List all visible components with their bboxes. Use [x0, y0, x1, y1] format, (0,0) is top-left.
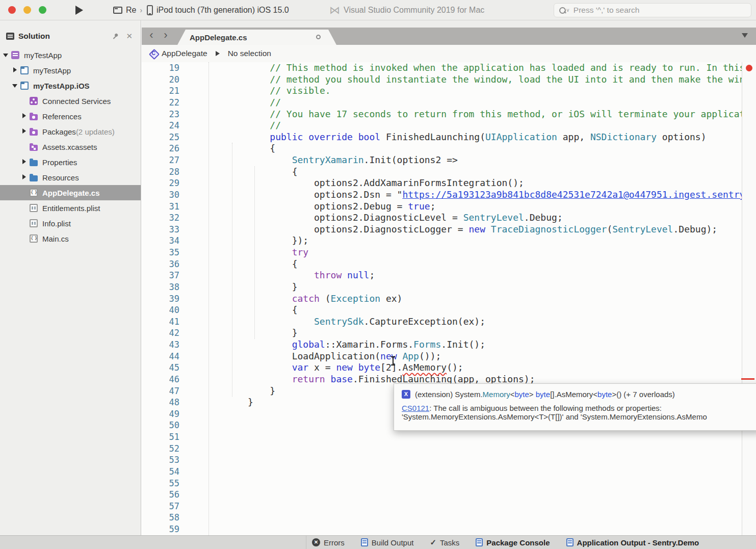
tree-item-mytestapp[interactable]: myTestApp [0, 63, 141, 78]
code-line-41[interactable]: 41SentrySdk.CaptureException(ex); [142, 316, 756, 328]
line-number[interactable]: 45 [142, 362, 179, 374]
line-number[interactable]: 33 [142, 224, 179, 236]
line-code[interactable] [179, 466, 756, 478]
tab-modified-indicator-icon[interactable] [316, 35, 321, 39]
line-code[interactable]: // You have 17 seconds to return from th… [179, 109, 756, 120]
line-number[interactable]: 23 [142, 109, 179, 120]
line-number[interactable]: 46 [142, 374, 179, 385]
line-code[interactable]: public override bool FinishedLaunching(U… [179, 132, 756, 143]
code-editor[interactable]: 19// This method is invoked when the app… [142, 62, 756, 535]
line-code[interactable] [179, 443, 756, 455]
line-number[interactable]: 52 [142, 443, 179, 455]
device-selector[interactable]: iPod touch (7th generation) iOS 15.0 [147, 0, 289, 20]
statusbar-item-tasks[interactable]: ✓Tasks [430, 538, 459, 547]
code-line-53[interactable]: 53 [142, 454, 756, 466]
line-number[interactable]: 27 [142, 154, 179, 166]
code-line-51[interactable]: 51 [142, 431, 756, 443]
line-code[interactable] [179, 524, 756, 535]
code-line-27[interactable]: 27SentryXamarin.Init(options2 => [142, 154, 756, 166]
line-number[interactable]: 44 [142, 351, 179, 362]
statusbar-item-build-output[interactable]: Build Output [361, 538, 414, 547]
code-line-24[interactable]: 24// [142, 120, 756, 132]
line-number[interactable]: 50 [142, 420, 179, 431]
line-number[interactable]: 36 [142, 258, 179, 270]
line-code[interactable]: { [179, 258, 756, 270]
code-line-52[interactable]: 52 [142, 443, 756, 455]
code-line-36[interactable]: 36{ [142, 258, 756, 270]
statusbar-item-errors[interactable]: ✕Errors [312, 538, 345, 547]
code-line-35[interactable]: 35try [142, 247, 756, 258]
code-line-33[interactable]: 33options2.DiagnosticLogger = new TraceD… [142, 224, 756, 236]
line-number[interactable]: 32 [142, 212, 179, 224]
error-indicator-dot[interactable] [746, 65, 752, 71]
line-code[interactable]: global::Xamarin.Forms.Forms.Init(); [179, 339, 756, 351]
expander-right-icon[interactable] [11, 67, 20, 73]
line-number[interactable]: 26 [142, 143, 179, 154]
line-number[interactable]: 55 [142, 478, 179, 489]
tree-item-assets-xcassets[interactable]: Assets.xcassets [0, 139, 141, 154]
line-number[interactable]: 51 [142, 431, 179, 443]
line-code[interactable]: try [179, 247, 756, 258]
tree-item-appdelegate-cs[interactable]: AppDelegate.cs [0, 185, 141, 200]
breadcrumb-class[interactable]: AppDelegate [162, 49, 207, 58]
line-number[interactable]: 39 [142, 293, 179, 305]
code-line-32[interactable]: 32options2.DiagnosticLevel = SentryLevel… [142, 212, 756, 224]
line-code[interactable]: SentrySdk.CaptureException(ex); [179, 316, 756, 328]
line-number[interactable]: 40 [142, 304, 179, 316]
code-line-29[interactable]: 29options2.AddXamarinFormsIntegration(); [142, 177, 756, 189]
code-line-59[interactable]: 59 [142, 524, 756, 535]
code-line-34[interactable]: 34}); [142, 235, 756, 247]
line-code[interactable] [179, 454, 756, 466]
line-number[interactable]: 48 [142, 397, 179, 408]
code-line-56[interactable]: 56 [142, 489, 756, 501]
code-line-19[interactable]: 19// This method is invoked when the app… [142, 62, 756, 74]
line-number[interactable]: 49 [142, 408, 179, 420]
statusbar-item-application-output-sentry-demo[interactable]: Application Output - Sentry.Demo [566, 538, 699, 547]
code-line-57[interactable]: 57 [142, 501, 756, 512]
code-line-40[interactable]: 40{ [142, 304, 756, 316]
code-line-42[interactable]: 42} [142, 327, 756, 339]
line-code[interactable]: // [179, 97, 756, 109]
line-code[interactable] [179, 489, 756, 501]
line-number[interactable]: 34 [142, 235, 179, 247]
line-number[interactable]: 38 [142, 281, 179, 293]
global-search[interactable]: ˅ [554, 3, 751, 17]
line-code[interactable] [179, 478, 756, 489]
code-line-45[interactable]: 45var x = new byte[2].AsMemory(); [142, 362, 756, 374]
search-input[interactable] [569, 6, 751, 15]
line-number[interactable]: 54 [142, 466, 179, 478]
tree-item-properties[interactable]: Properties [0, 154, 141, 170]
line-code[interactable]: // This method is invoked when the appli… [179, 62, 756, 74]
line-number[interactable]: 57 [142, 501, 179, 512]
line-code[interactable]: options2.DiagnosticLogger = new TraceDia… [179, 224, 756, 236]
line-number[interactable]: 37 [142, 270, 179, 281]
line-number[interactable]: 35 [142, 247, 179, 258]
tree-item-main-cs[interactable]: Main.cs [0, 231, 141, 246]
line-code[interactable]: var x = new byte[2].AsMemory(); [179, 362, 756, 374]
navigate-back-button[interactable]: ‹ [145, 29, 158, 43]
line-code[interactable]: } [179, 327, 756, 339]
code-line-43[interactable]: 43global::Xamarin.Forms.Forms.Init(); [142, 339, 756, 351]
code-line-28[interactable]: 28{ [142, 166, 756, 178]
line-number[interactable]: 30 [142, 189, 179, 201]
tab-list-dropdown-icon[interactable] [742, 33, 748, 38]
line-code[interactable]: // [179, 120, 756, 132]
tree-item-references[interactable]: References [0, 109, 141, 124]
code-line-21[interactable]: 21// visible. [142, 85, 756, 97]
line-code[interactable] [179, 431, 756, 443]
line-number[interactable]: 53 [142, 454, 179, 466]
line-code[interactable] [179, 501, 756, 512]
line-number[interactable]: 43 [142, 339, 179, 351]
code-line-38[interactable]: 38} [142, 281, 756, 293]
code-line-26[interactable]: 26{ [142, 143, 756, 154]
line-number[interactable]: 41 [142, 316, 179, 328]
tree-item-connected-services[interactable]: Connected Services [0, 93, 141, 109]
line-code[interactable]: // method you should instantiate the win… [179, 74, 756, 86]
line-number[interactable]: 28 [142, 166, 179, 178]
code-line-55[interactable]: 55 [142, 478, 756, 489]
tree-item-mytestapp-ios[interactable]: myTestApp.iOS [0, 78, 141, 93]
navigate-forward-button[interactable]: › [159, 29, 172, 43]
line-number[interactable]: 58 [142, 512, 179, 524]
build-configuration-selector[interactable]: Re › [113, 0, 142, 20]
expander-right-icon[interactable] [20, 159, 30, 165]
